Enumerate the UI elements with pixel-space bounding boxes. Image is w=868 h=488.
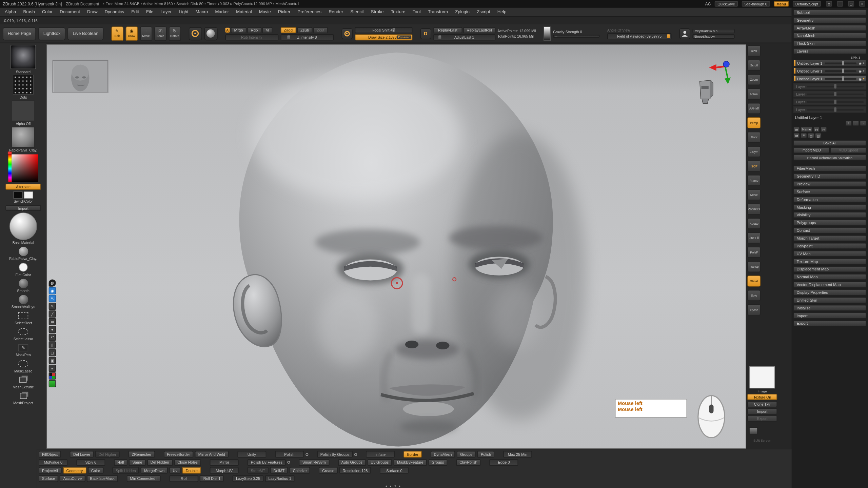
palette-item-maskpen[interactable]: ✎MaskPen — [16, 343, 31, 358]
polish-by-groups-button[interactable]: Polish By Groups — [317, 451, 353, 458]
groups-button[interactable]: Groups — [428, 459, 447, 466]
pen-icon[interactable]: ╱ — [49, 310, 56, 318]
texture-thumbnail[interactable] — [12, 127, 35, 148]
section-visibility[interactable]: Visibility — [793, 212, 867, 218]
inflate-button[interactable]: Inflate — [366, 451, 395, 458]
menu-movie[interactable]: Movie — [255, 8, 274, 16]
ghost-button[interactable]: Ghost — [747, 276, 761, 287]
palette-item-fabiopaiva-clay[interactable]: FabioPaiva_Clay. — [9, 246, 37, 262]
qxyz-button[interactable]: Qxyz — [747, 160, 761, 171]
persp-button[interactable]: Persp — [747, 117, 761, 128]
polish-by-features-mode-dot[interactable] — [288, 461, 290, 464]
texture-mini-thumb[interactable] — [749, 427, 758, 434]
half-button[interactable]: Half — [114, 459, 127, 466]
layer-grid-icon[interactable]: ⊞ — [793, 127, 800, 132]
home-page-button[interactable]: Home Page — [3, 27, 36, 40]
layer-eye-icon[interactable]: ◉ — [859, 77, 862, 80]
document-canvas[interactable]: ◍◉↖✎╱▭●↶▯◻▣≡ Mouse left Mouse left — [46, 44, 746, 449]
section-morph-target[interactable]: Morph Target — [793, 235, 867, 241]
layer-record-icon[interactable]: ● — [863, 69, 865, 73]
surface-button[interactable]: Surface — [39, 475, 58, 482]
menu-alpha[interactable]: Alpha — [1, 8, 20, 16]
scrollbar-nub[interactable]: ◂ ▴ ▾ ▸ — [385, 484, 401, 488]
layer-record-icon[interactable]: ● — [863, 61, 865, 65]
zoom3d-button[interactable]: Zoom3D — [747, 204, 761, 215]
rgb-button[interactable]: Rgb — [248, 27, 261, 33]
adjust-last-knob[interactable] — [439, 35, 441, 39]
rotate-button[interactable]: ↻Rotate — [169, 26, 181, 41]
layer-slider-knob[interactable] — [842, 76, 845, 81]
mergedown-button[interactable]: MergeDown — [141, 467, 167, 474]
undo-icon[interactable]: ↶ — [49, 333, 56, 341]
layer-row[interactable]: Untitled Layer 1◉● — [793, 75, 867, 82]
roll-dist-1-button[interactable]: Roll Dist 1 — [200, 475, 224, 482]
zsub-button[interactable]: Zsub — [297, 27, 312, 33]
layer-slider-knob[interactable] — [834, 92, 837, 96]
menu-material[interactable]: Material — [233, 8, 256, 16]
layer-intensity-slider[interactable] — [825, 70, 856, 72]
menu-layer[interactable]: Layer — [157, 8, 175, 16]
storemt-button[interactable]: StoreMT — [248, 467, 269, 474]
live-boolean-button[interactable]: Live Boolean — [68, 27, 103, 40]
zcut-button[interactable]: Zcut — [313, 27, 328, 33]
head-thumbnail[interactable] — [53, 60, 108, 93]
polish-by-features-button[interactable]: Polish By Features — [248, 459, 286, 466]
colorize-button[interactable]: Colorize — [290, 467, 310, 474]
section-display-properties[interactable]: Display Properties — [793, 289, 867, 296]
menu-button[interactable]: Menu — [774, 1, 789, 6]
transp-button[interactable]: Transp — [747, 261, 761, 272]
brush-thumbnail[interactable] — [11, 45, 36, 69]
dot-icon[interactable]: ● — [49, 326, 56, 333]
focal-shift-slider[interactable]: Focal Shift 42 — [355, 27, 412, 33]
geometry-button[interactable]: Geometry — [63, 467, 86, 474]
layer-slider-knob[interactable] — [834, 107, 837, 112]
uv-groups-button[interactable]: Uv Groups — [368, 459, 392, 466]
layer-row[interactable]: Untitled Layer 1◉● — [793, 67, 867, 74]
zremesher-button[interactable]: ZRemesher — [129, 451, 155, 458]
section-normal-map[interactable]: Normal Map — [793, 274, 867, 280]
edge-0-button[interactable]: Edge 0 — [490, 459, 518, 466]
import-mdd-button[interactable]: Import MDD — [793, 147, 829, 153]
layer-row[interactable]: Layer — [793, 106, 867, 113]
mirror-button[interactable]: Mirror — [210, 459, 239, 466]
draw-size-slider[interactable]: Draw Size 2.18787Dynamic — [355, 34, 412, 40]
switch-color-label[interactable]: SwitchColor — [14, 199, 33, 203]
backfacemask-button[interactable]: BackfaceMask — [87, 475, 118, 482]
section-geometry-hd[interactable]: Geometry HD — [793, 173, 867, 179]
texture-import-button[interactable]: Import — [747, 408, 777, 414]
section-uv-map[interactable]: UV Map — [793, 251, 867, 257]
main-color-swatch[interactable] — [13, 191, 23, 199]
layer-slider-knob[interactable] — [834, 84, 837, 88]
aahalf-button[interactable]: AAHalf — [747, 103, 761, 114]
l-sym-button[interactable]: L.Sym — [747, 146, 761, 157]
field-of-view-knob[interactable] — [667, 34, 670, 38]
texture-image-thumb[interactable] — [750, 366, 775, 388]
section-subtool[interactable]: Subtool — [793, 9, 867, 16]
stroke-ball-preview[interactable] — [204, 27, 217, 40]
sdiv-6-button[interactable]: SDiv 6 — [76, 459, 105, 466]
palette-item-smooth[interactable]: Smooth — [17, 278, 29, 294]
section-export[interactable]: Export — [793, 320, 867, 326]
deep-shadow-slider[interactable]: DeepShadow — [692, 34, 734, 38]
rotate-button[interactable]: Rotate — [747, 218, 761, 229]
menu-marker[interactable]: Marker — [212, 8, 233, 16]
import-color-button[interactable]: Import — [5, 205, 41, 211]
cursor-icon[interactable]: ↖ — [49, 295, 56, 302]
layer-split-icon[interactable]: ⊠ — [793, 133, 800, 138]
m-button[interactable]: M — [262, 27, 272, 33]
floor-button[interactable]: Floor — [747, 132, 761, 143]
split-hidden-button[interactable]: Split Hidden — [112, 467, 139, 474]
menu-zplugin[interactable]: Zplugin — [452, 8, 473, 16]
menu-macro[interactable]: Macro — [192, 8, 212, 16]
scale-button[interactable]: ◰Scale — [154, 26, 166, 41]
projectall-button[interactable]: ProjectAll — [39, 467, 61, 474]
layer-row[interactable]: Layer — [793, 83, 867, 90]
surface-0-button[interactable]: Surface 0 — [380, 467, 409, 474]
layer-slider-knob[interactable] — [834, 100, 837, 104]
menu-light[interactable]: Light — [175, 8, 192, 16]
mrgb-button[interactable]: Mrgb — [231, 27, 246, 33]
edit-button[interactable]: ✎Edit — [111, 26, 123, 41]
layer-name-button[interactable]: Name — [801, 127, 813, 132]
replay-last-button[interactable]: ReplayLast — [433, 27, 462, 33]
scroll-button[interactable]: Scroll — [747, 60, 761, 71]
